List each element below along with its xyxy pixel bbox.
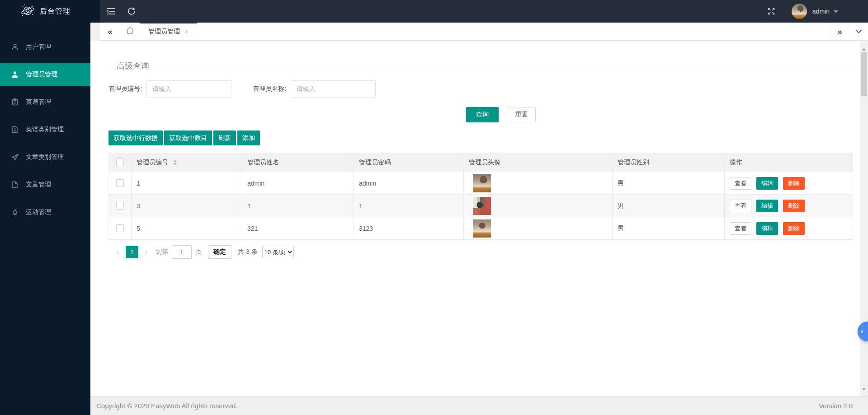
- admin-name-input[interactable]: [291, 80, 376, 98]
- edit-button[interactable]: 编辑: [756, 200, 778, 212]
- tab-admin-management[interactable]: 管理员管理 ×: [140, 23, 197, 40]
- admin-table: 管理员编号 管理员姓名 管理员密码 管理员头像 管理员性别 操作 1 admin…: [108, 153, 853, 240]
- edit-button[interactable]: 编辑: [756, 177, 778, 190]
- sidebar-item-label: 用户管理: [26, 43, 51, 51]
- user-filled-icon: [11, 71, 19, 79]
- sidebar-item-admin-management[interactable]: 管理员管理: [0, 63, 90, 86]
- tab-bar-left-gap: [90, 23, 100, 41]
- cell-admin-password: 3123: [354, 217, 464, 240]
- column-admin-name: 管理员姓名: [242, 153, 354, 172]
- sidebar-item-recipe-management[interactable]: 菜谱管理: [0, 90, 90, 114]
- cell-admin-password: admin: [354, 172, 464, 195]
- table-row: 3 1 1 男 查看 编辑 删除: [109, 195, 853, 217]
- scrollbar[interactable]: [860, 41, 868, 396]
- prev-page-button[interactable]: ‹: [112, 247, 124, 257]
- app-title: 后台管理: [40, 7, 71, 16]
- table-header-row: 管理员编号 管理员姓名 管理员密码 管理员头像 管理员性别 操作: [109, 153, 853, 172]
- advanced-query-section: 高级查询 管理员编号: 管理员名称: 查询 重置: [108, 61, 852, 122]
- sidebar-item-label: 运动管理: [26, 208, 51, 216]
- row-checkbox[interactable]: [116, 202, 124, 210]
- goto-confirm-button[interactable]: 确定: [208, 245, 231, 259]
- home-tab-button[interactable]: [120, 23, 140, 40]
- cell-admin-name: 1: [242, 195, 354, 217]
- query-actions: 查询 重置: [108, 107, 536, 122]
- sidebar-item-label: 菜谱管理: [26, 98, 51, 106]
- tab-operations-button[interactable]: [849, 23, 868, 40]
- tab-bar-spacer: [197, 23, 830, 40]
- search-button[interactable]: 查询: [466, 107, 499, 122]
- column-actions: 操作: [725, 153, 853, 172]
- row-checkbox[interactable]: [116, 224, 124, 232]
- select-all-checkbox[interactable]: [116, 159, 124, 166]
- admin-id-label: 管理员编号:: [108, 85, 142, 93]
- sidebar-item-label: 文章管理: [26, 181, 51, 189]
- column-admin-gender: 管理员性别: [613, 153, 725, 172]
- tab-label: 管理员管理: [148, 28, 180, 36]
- cell-admin-password: 1: [354, 195, 464, 217]
- username-label[interactable]: admin: [812, 8, 830, 15]
- user-avatar[interactable]: [792, 4, 807, 19]
- paper-plane-icon: [11, 154, 19, 161]
- double-chevron-right-icon: »: [837, 27, 842, 37]
- sort-icon[interactable]: [173, 158, 177, 167]
- delete-button[interactable]: 删除: [783, 222, 805, 235]
- add-button[interactable]: 添加: [237, 131, 260, 145]
- refresh-icon: [127, 7, 136, 15]
- query-section-title: 高级查询: [113, 61, 155, 71]
- main-content: 高级查询 管理员编号: 管理员名称: 查询 重置 获取选中行数据 获取选中数目 …: [90, 41, 860, 396]
- next-page-button[interactable]: ›: [140, 247, 152, 257]
- scroll-tabs-left-button[interactable]: «: [100, 23, 120, 40]
- close-icon[interactable]: ×: [184, 28, 189, 35]
- view-button[interactable]: 查看: [730, 177, 751, 190]
- goto-page-input[interactable]: [172, 245, 192, 259]
- chevron-down-icon: [856, 28, 862, 33]
- sidebar-item-article-management[interactable]: 文章管理: [0, 173, 90, 196]
- tab-bar-row: « 管理员管理 × »: [90, 23, 868, 41]
- scrollbar-thumb[interactable]: [861, 52, 867, 96]
- delete-button[interactable]: 删除: [783, 177, 805, 190]
- view-button[interactable]: 查看: [730, 200, 751, 212]
- get-selected-count-button[interactable]: 获取选中数目: [164, 131, 212, 145]
- refresh-button[interactable]: [121, 0, 142, 23]
- admin-id-input[interactable]: [146, 80, 231, 98]
- column-label: 管理员编号: [137, 158, 168, 165]
- current-page-button[interactable]: 1: [126, 246, 138, 258]
- query-form: 管理员编号: 管理员名称:: [108, 80, 852, 98]
- cell-admin-id: 1: [132, 172, 242, 195]
- refresh-table-button[interactable]: 刷新: [213, 131, 236, 145]
- chevron-left-icon: ‹: [861, 327, 863, 336]
- scroll-tabs-right-button[interactable]: »: [830, 23, 849, 40]
- sidebar-item-user-management[interactable]: 用户管理: [0, 35, 90, 59]
- sidebar-item-label: 菜谱类别管理: [26, 126, 64, 134]
- get-selected-rows-button[interactable]: 获取选中行数据: [108, 131, 163, 145]
- cell-admin-gender: 男: [613, 172, 725, 195]
- column-admin-id[interactable]: 管理员编号: [132, 153, 242, 172]
- footer: Copyright © 2020 EasyWeb All rights rese…: [90, 396, 868, 415]
- copyright-text: Copyright © 2020 EasyWeb All rights rese…: [96, 402, 238, 410]
- column-admin-password: 管理员密码: [354, 153, 464, 172]
- page-size-select[interactable]: 10 条/页: [262, 246, 294, 258]
- flame-icon: [11, 209, 19, 216]
- sidebar-item-article-category-management[interactable]: 文章类别管理: [0, 145, 90, 169]
- edit-button[interactable]: 编辑: [756, 222, 778, 235]
- goto-suffix-label: 页: [195, 248, 202, 256]
- sidebar-toggle-button[interactable]: [100, 0, 121, 23]
- sidebar-item-recipe-category-management[interactable]: 菜谱类别管理: [0, 118, 90, 141]
- clipboard-icon: [11, 98, 19, 106]
- scroll-down-arrow-icon[interactable]: [862, 388, 866, 392]
- sidebar: 用户管理 管理员管理 菜谱管理 菜谱类别管理: [0, 23, 90, 415]
- user-outline-icon: [11, 43, 19, 51]
- row-checkbox[interactable]: [116, 179, 124, 187]
- version-text: Version 2.0: [819, 402, 853, 410]
- app-header: 后台管理 admin: [0, 0, 868, 23]
- reset-button[interactable]: 重置: [508, 107, 536, 122]
- sidebar-item-sport-management[interactable]: 运动管理: [0, 201, 90, 224]
- chevron-down-icon[interactable]: [834, 10, 838, 15]
- cell-admin-gender: 男: [613, 195, 725, 217]
- view-button[interactable]: 查看: [730, 222, 751, 235]
- fullscreen-button[interactable]: [761, 0, 782, 23]
- scroll-up-arrow-icon[interactable]: [862, 46, 866, 51]
- cell-admin-id: 3: [132, 195, 242, 217]
- delete-button[interactable]: 删除: [783, 200, 805, 212]
- admin-name-label: 管理员名称:: [253, 85, 286, 93]
